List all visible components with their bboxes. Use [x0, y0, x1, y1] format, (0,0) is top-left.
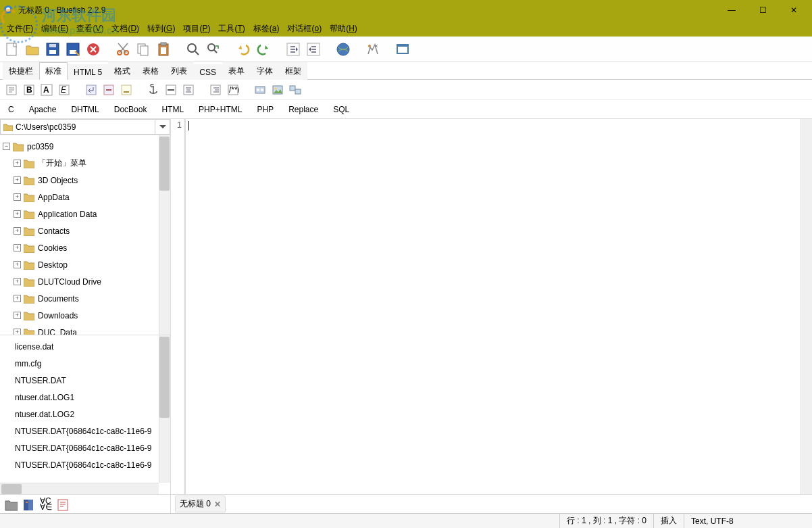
editor-scrollbar[interactable]	[801, 119, 812, 494]
filelist-h-scrollbar[interactable]	[0, 483, 159, 494]
save-as-icon[interactable]	[64, 39, 82, 59]
strong-icon[interactable]: B	[22, 82, 36, 97]
file-item[interactable]: ntuser.dat.LOG2	[0, 406, 170, 423]
tab-0[interactable]: 快捷栏	[3, 62, 39, 80]
tab-1[interactable]: 标准	[39, 62, 68, 80]
close-window-button[interactable]: ✕	[778, 0, 809, 20]
save-icon[interactable]	[43, 39, 62, 59]
break-icon[interactable]	[84, 82, 99, 97]
path-dropdown-button[interactable]	[155, 119, 170, 135]
image-icon[interactable]	[270, 82, 285, 97]
expand-icon[interactable]: +	[14, 210, 21, 218]
preferences-icon[interactable]	[363, 39, 382, 59]
tree-item[interactable]: +Cookies	[0, 239, 170, 256]
lang-sql[interactable]: SQL	[332, 102, 351, 117]
charmap-icon[interactable]: ∀C∀∈	[38, 497, 54, 512]
tab-2[interactable]: HTML 5	[68, 64, 108, 80]
lang-dhtml[interactable]: DHTML	[70, 102, 100, 117]
tree-item[interactable]: +Documents	[0, 290, 170, 307]
tab-5[interactable]: 列表	[165, 62, 193, 80]
maximize-button[interactable]: ☐	[747, 0, 778, 20]
copy-icon[interactable]	[134, 39, 153, 59]
tree-item[interactable]: +3D Objects	[0, 172, 170, 189]
file-item[interactable]: NTUSER.DAT{06864c1c-ca8c-11e6-9	[0, 456, 170, 473]
tree-item[interactable]: +DUC_Data	[0, 324, 170, 335]
expand-icon[interactable]: +	[14, 329, 21, 335]
new-file-icon[interactable]	[3, 39, 22, 59]
tree-root[interactable]: −pc0359	[0, 138, 170, 155]
expand-icon[interactable]: +	[14, 312, 21, 319]
file-item[interactable]: mm.cfg	[0, 355, 170, 372]
menu-a[interactable]: 标签(a)	[249, 22, 284, 36]
document-tab[interactable]: 无标题 0 ✕	[175, 496, 226, 512]
comment-icon[interactable]: /**/	[226, 82, 240, 97]
menu-e[interactable]: 编辑(E)	[37, 22, 72, 36]
expand-icon[interactable]: +	[14, 261, 21, 268]
collapse-icon[interactable]: −	[3, 143, 10, 150]
tree-scrollbar[interactable]	[159, 135, 170, 335]
tree-item[interactable]: +「开始」菜单	[0, 155, 170, 172]
tree-item[interactable]: +Application Data	[0, 206, 170, 222]
find-replace-icon[interactable]	[204, 39, 223, 59]
tab-4[interactable]: 表格	[136, 62, 165, 80]
menu-p[interactable]: 项目(P)	[179, 22, 214, 36]
filelist-v-scrollbar[interactable]	[159, 335, 170, 483]
expand-icon[interactable]: +	[14, 193, 21, 201]
book-icon[interactable]	[20, 497, 36, 512]
tab-3[interactable]: 格式	[108, 62, 136, 80]
minimize-button[interactable]: —	[716, 0, 747, 20]
lang-html[interactable]: HTML	[160, 102, 185, 117]
file-item[interactable]: NTUSER.DAT{06864c1c-ca8c-11e6-9	[0, 439, 170, 456]
tab-8[interactable]: 字体	[251, 62, 279, 80]
status-insert-mode[interactable]: 插入	[653, 514, 684, 528]
em-tag-icon[interactable]: E	[57, 82, 72, 97]
anchor-icon[interactable]	[146, 82, 161, 97]
tab-9[interactable]: 框架	[279, 62, 307, 80]
expand-icon[interactable]: +	[14, 160, 21, 167]
file-item[interactable]: license.dat	[0, 338, 170, 355]
lang-c[interactable]: C	[7, 102, 16, 117]
cut-icon[interactable]	[113, 39, 132, 59]
tree-item[interactable]: +Desktop	[0, 256, 170, 273]
close-tab-icon[interactable]: ✕	[214, 500, 221, 509]
br-clear-icon[interactable]	[101, 82, 116, 97]
tree-item[interactable]: +AppData	[0, 189, 170, 206]
file-item[interactable]: ntuser.dat.LOG1	[0, 389, 170, 406]
expand-icon[interactable]: +	[14, 227, 21, 235]
editor-text-area[interactable]	[186, 119, 812, 494]
tree-item[interactable]: +Downloads	[0, 307, 170, 324]
file-item[interactable]: NTUSER.DAT{06864c1c-ca8c-11e6-9	[0, 423, 170, 439]
find-icon[interactable]	[184, 39, 203, 59]
lang-apache[interactable]: Apache	[28, 102, 58, 117]
em-a-icon[interactable]: A	[39, 82, 54, 97]
file-item[interactable]: NTUSER.DAT	[0, 372, 170, 389]
expand-icon[interactable]: +	[14, 295, 21, 302]
right-align-icon[interactable]	[208, 82, 223, 97]
menu-f[interactable]: 文件(F)	[3, 22, 37, 36]
undo-icon[interactable]	[234, 39, 253, 59]
paste-icon[interactable]	[154, 39, 173, 59]
menu-t[interactable]: 工具(T)	[214, 22, 249, 36]
thumbnail-icon[interactable]	[288, 82, 303, 97]
lang-replace[interactable]: Replace	[287, 102, 320, 117]
bookmark-icon[interactable]	[3, 497, 19, 512]
fullscreen-icon[interactable]	[393, 39, 412, 59]
lang-php+html[interactable]: PHP+HTML	[197, 102, 243, 117]
tab-7[interactable]: 表单	[222, 62, 251, 80]
menu-v[interactable]: 查看(V)	[72, 22, 107, 36]
tree-item[interactable]: +DLUTCloud Drive	[0, 273, 170, 290]
snippets-icon[interactable]	[55, 497, 72, 512]
expand-icon[interactable]: +	[14, 176, 21, 184]
indent-icon[interactable]	[304, 39, 323, 59]
redo-icon[interactable]	[254, 39, 273, 59]
path-input[interactable]: C:\Users\pc0359	[0, 119, 155, 135]
nbsp-icon[interactable]	[119, 82, 134, 97]
hr-icon[interactable]	[163, 82, 178, 97]
lang-php[interactable]: PHP	[255, 102, 275, 117]
close-icon[interactable]	[84, 39, 103, 59]
menu-o[interactable]: 对话框(o)	[283, 22, 326, 36]
menu-g[interactable]: 转到(G)	[143, 22, 179, 36]
menu-d[interactable]: 文档(D)	[107, 22, 143, 36]
tab-6[interactable]: CSS	[193, 64, 222, 80]
expand-icon[interactable]: +	[14, 244, 21, 251]
